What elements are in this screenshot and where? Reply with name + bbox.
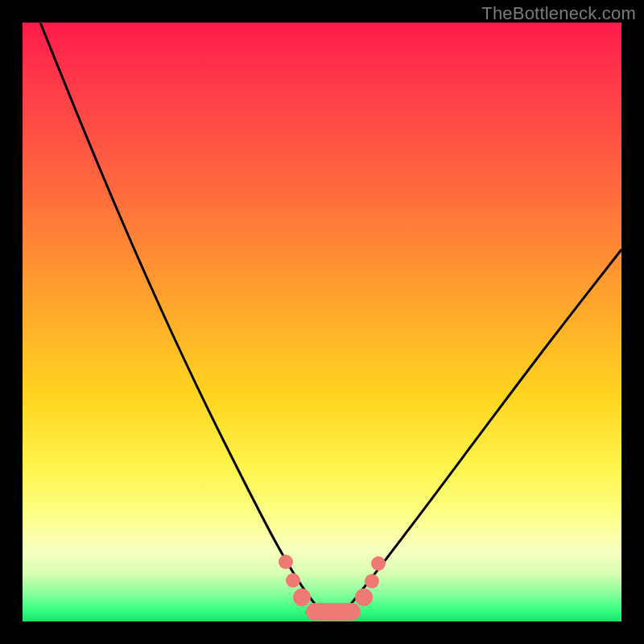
chart-stage: TheBottleneck.com (0, 0, 644, 644)
watermark-text: TheBottleneck.com (481, 3, 636, 24)
marker-dot (365, 574, 379, 588)
valley-markers (23, 23, 621, 621)
marker-dot (286, 573, 300, 588)
marker-dot (293, 588, 311, 606)
marker-dot (355, 588, 373, 606)
marker-dot (371, 556, 386, 571)
marker-flat (306, 603, 361, 621)
marker-dot (279, 555, 293, 569)
plot-area (23, 23, 621, 621)
